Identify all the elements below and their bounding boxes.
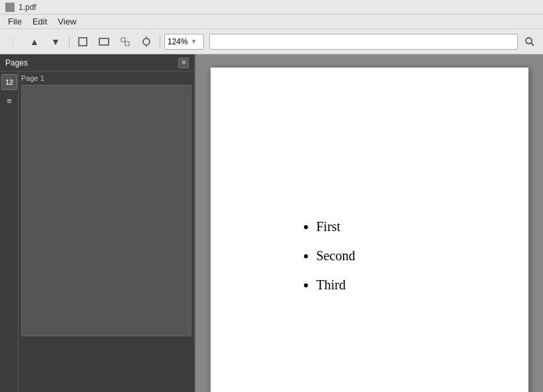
next-page-button[interactable]: ▼ bbox=[46, 32, 65, 51]
menu-bar: File Edit View bbox=[0, 15, 543, 29]
zoom-chevron: ▼ bbox=[191, 38, 197, 45]
pdf-viewer[interactable]: First Second Third bbox=[195, 54, 543, 392]
selection-icon bbox=[120, 36, 130, 47]
fit-width-button[interactable] bbox=[95, 32, 113, 51]
search-input[interactable] bbox=[209, 34, 518, 50]
app-icon bbox=[5, 3, 15, 12]
search-icon bbox=[524, 36, 535, 47]
prev-page-button[interactable]: ▲ bbox=[25, 32, 44, 51]
search-button[interactable] bbox=[520, 32, 539, 51]
toolbar: ⋮ ▲ ▼ 124% ▼ bbox=[0, 29, 543, 54]
toolbar-separator-dots: ⋮ bbox=[4, 32, 23, 51]
fit-width-icon bbox=[99, 36, 109, 47]
svg-rect-2 bbox=[121, 38, 125, 42]
sidebar-pages-label: Pages bbox=[5, 58, 28, 68]
pdf-page: First Second Third bbox=[211, 68, 528, 392]
window-title: 1.pdf bbox=[19, 3, 36, 12]
menu-edit[interactable]: Edit bbox=[27, 15, 52, 28]
svg-point-7 bbox=[526, 38, 532, 44]
separator-2 bbox=[160, 34, 160, 49]
fit-page-button[interactable] bbox=[74, 32, 92, 51]
sidebar-pages-panel[interactable]: Page 1 bbox=[19, 72, 194, 392]
pan-icon bbox=[141, 36, 152, 47]
main-area: Pages ✕ 12 ≡ Page 1 First bbox=[0, 54, 543, 392]
zoom-value: 124% bbox=[168, 37, 188, 46]
sidebar-close-button[interactable]: ✕ bbox=[178, 58, 189, 68]
svg-rect-3 bbox=[125, 42, 129, 46]
thumbnail-view-button[interactable]: 12 bbox=[1, 74, 17, 90]
list-item-first: First bbox=[317, 213, 356, 240]
fit-page-icon bbox=[77, 36, 88, 47]
svg-point-4 bbox=[143, 38, 150, 45]
page-label: Page 1 bbox=[21, 74, 191, 82]
title-bar: 1.pdf bbox=[0, 0, 543, 15]
sidebar-header: Pages ✕ bbox=[0, 54, 194, 72]
zoom-control[interactable]: 124% ▼ bbox=[164, 34, 204, 50]
page-thumbnail[interactable] bbox=[21, 85, 191, 336]
pan-button[interactable] bbox=[137, 32, 156, 51]
selection-button[interactable] bbox=[116, 32, 134, 51]
pdf-list: First Second Third bbox=[317, 213, 356, 301]
sidebar-content: 12 ≡ Page 1 bbox=[0, 72, 194, 392]
sidebar: Pages ✕ 12 ≡ Page 1 bbox=[0, 54, 195, 392]
separator-1 bbox=[69, 34, 70, 49]
list-item-second: Second bbox=[317, 242, 356, 269]
svg-rect-1 bbox=[99, 38, 109, 45]
svg-rect-0 bbox=[79, 38, 87, 46]
svg-line-8 bbox=[531, 43, 534, 46]
list-item-third: Third bbox=[317, 271, 356, 298]
menu-file[interactable]: File bbox=[3, 15, 27, 28]
outline-view-button[interactable]: ≡ bbox=[1, 93, 17, 109]
sidebar-icon-bar: 12 ≡ bbox=[0, 72, 19, 392]
menu-view[interactable]: View bbox=[52, 15, 81, 28]
